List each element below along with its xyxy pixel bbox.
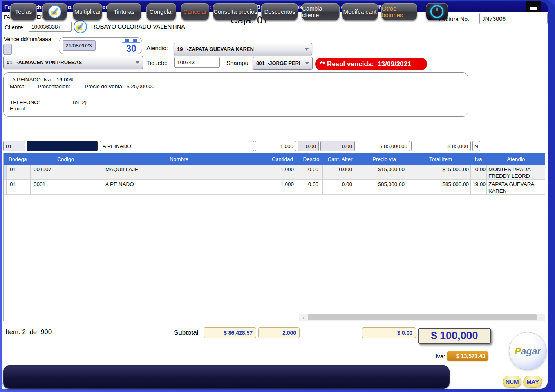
cell-total: $15,000.00	[411, 165, 470, 179]
entry-bodega-field[interactable]: 01	[3, 141, 25, 151]
cell-codigo: 001007	[30, 165, 101, 179]
atendio-label: Atendio:	[146, 45, 168, 51]
product-marca-precio: Marca: Presentacion: Precio de Venta: $ …	[10, 83, 154, 89]
num-key-button[interactable]: NUM	[503, 376, 521, 388]
cambia-cliente-button[interactable]: Cambia cliente	[302, 3, 340, 20]
tiquete-label: Tiquete:	[146, 60, 168, 66]
cell-nombre: MAQUILLAJE	[101, 165, 257, 179]
vence-label: Vence dd/mm/aaaa:	[4, 36, 53, 42]
table-row[interactable]: 01 0001 A PEINADO 1.000 0.00 0.00 $85,00…	[4, 180, 545, 195]
entry-codigo-field[interactable]	[27, 141, 98, 151]
shampu-dropdown[interactable]: 001 -JORGE PERI	[253, 57, 313, 70]
item-count: Item: 2 de 900	[5, 328, 52, 336]
descuentos-button[interactable]: Descuentos	[261, 3, 298, 20]
col-cant-alter: Cant. Alter	[322, 153, 358, 165]
may-key-button[interactable]: MAY	[523, 376, 542, 388]
cell-descto: 0.00	[300, 180, 322, 194]
calendar-button[interactable]: 30	[122, 39, 140, 53]
col-descto: Descto	[300, 153, 322, 165]
shampu-value: 001 -JORGE PERI	[256, 60, 300, 66]
chevron-down-icon	[136, 61, 139, 64]
cell-cantidad: 1.000	[257, 165, 300, 179]
multiplicar-button[interactable]: Multiplicar	[73, 3, 102, 20]
client-search-icon[interactable]	[74, 20, 87, 33]
cliente-name: ROBAYO COLORADO VALENTINA	[91, 23, 185, 30]
calendar-day: 30	[122, 42, 140, 54]
cell-descto: 0.00	[300, 165, 322, 179]
col-codigo: Codigo	[30, 153, 101, 165]
scrollbar-thumb[interactable]	[308, 314, 537, 320]
otros-botones-button[interactable]: Otros botones	[381, 3, 417, 20]
items-grid: Bodega Codigo Nombre Cantidad Descto Can…	[3, 153, 545, 321]
entry-descto-field[interactable]: 0.00	[298, 141, 319, 151]
product-name-iva: A PEINADO Iva: 19.00%	[12, 77, 74, 83]
cell-total: $85,000.00	[411, 180, 470, 194]
bottom-toolbar	[3, 365, 450, 389]
tiquete-field[interactable]: 100743	[174, 57, 220, 68]
cell-cant-alter: 0.00	[322, 180, 358, 194]
vence-checkbox[interactable]	[3, 44, 12, 55]
col-atendio: Atendio	[486, 153, 546, 165]
grid-header: Bodega Codigo Nombre Cantidad Descto Can…	[4, 153, 545, 165]
col-precio-vta: Precio vta	[358, 153, 411, 165]
calendar-rings-icon	[122, 39, 140, 42]
atendio-dropdown[interactable]: 19 -ZAPATA GUEVARA KAREN	[174, 43, 312, 55]
teclas-button[interactable]: Teclas	[10, 3, 37, 20]
client-search-button[interactable]	[42, 3, 67, 20]
scroll-right-icon[interactable]: ›	[537, 314, 545, 321]
chevron-down-icon	[305, 48, 309, 51]
entry-total-field[interactable]: $ 85,000	[411, 141, 471, 151]
power-button[interactable]	[426, 3, 448, 20]
horizontal-scrollbar[interactable]: ‹ ›	[299, 314, 545, 321]
col-total-item: Total item	[411, 153, 470, 165]
row-selector[interactable]	[4, 180, 6, 194]
cell-bodega: 01	[6, 165, 30, 179]
consulta-precios-button[interactable]: Consulta precios	[213, 3, 258, 20]
quantity-value: 2.000	[258, 327, 300, 338]
pagar-label-rest: agar	[521, 346, 541, 357]
congelar-button[interactable]: Congelar	[146, 3, 176, 20]
almacen-dropdown[interactable]: 01 -ALMACEN VPN PRUEBAS	[3, 56, 143, 69]
atendio-value: 19 -ZAPATA GUEVARA KAREN	[177, 46, 254, 52]
pagar-button[interactable]: Pagar	[509, 332, 547, 370]
entry-precio-field[interactable]: $ 85,000.00	[356, 141, 410, 151]
cliente-label: Cliente:	[5, 24, 25, 31]
entry-cant-alter-field[interactable]: 0.00	[320, 141, 355, 151]
minimize-button[interactable]	[526, 1, 541, 12]
power-icon	[430, 5, 443, 18]
scroll-left-icon[interactable]: ‹	[299, 314, 308, 321]
entry-nombre-field[interactable]: A PEINADO	[100, 141, 254, 151]
cell-atendio: MONTES PRADA FREDDY LEORD	[486, 165, 546, 179]
minimize-icon	[530, 7, 537, 10]
product-telefono: TELEFONO: Tel {2}	[10, 99, 87, 105]
factura-no-field[interactable]: JN73006	[479, 13, 548, 24]
table-row[interactable]: 01 001007 MAQUILLAJE 1.000 0.00 0.000 $1…	[4, 165, 545, 180]
resol-vencida-badge: ** Resol vencida: 13/09/2021	[315, 58, 427, 70]
entry-iva-flag-field[interactable]: N	[472, 141, 480, 151]
modifca-cant-button[interactable]: Modifca cant	[342, 3, 378, 20]
col-nombre: Nombre	[101, 153, 257, 165]
row-selector[interactable]	[4, 165, 6, 179]
shampu-label: Shampu:	[226, 60, 250, 66]
entry-cantidad-field[interactable]: 1.000	[255, 141, 296, 151]
col-bodega: Bodega	[6, 153, 30, 165]
corner-squiggle: ∿	[0, 383, 6, 388]
subtotal-label: Subtotal	[174, 329, 198, 337]
discount-value: $ 0.00	[362, 327, 416, 338]
total-value: $ 100,000	[418, 328, 491, 344]
col-cantidad: Cantidad	[257, 153, 300, 165]
iva-label: Iva:	[436, 353, 445, 359]
cell-atendio: ZAPATA GUEVARA KAREN	[486, 180, 546, 194]
tinturas-button[interactable]: Tinturas	[107, 3, 141, 20]
vence-date-field[interactable]: 21/08/2023	[63, 40, 96, 51]
cell-precio: $85,000.00	[358, 180, 411, 194]
cell-nombre: A PEINADO	[101, 180, 257, 194]
cell-codigo: 0001	[30, 180, 101, 194]
cancelar-button[interactable]: Cancelar	[181, 3, 209, 20]
cell-cantidad: 1.000	[257, 180, 300, 194]
client-search-icon	[48, 5, 61, 18]
subtotal-value: $ 86,428.57	[204, 327, 256, 338]
chevron-down-icon	[305, 62, 309, 65]
cell-bodega: 01	[6, 180, 30, 194]
cliente-field[interactable]: 1000363387	[29, 22, 72, 32]
